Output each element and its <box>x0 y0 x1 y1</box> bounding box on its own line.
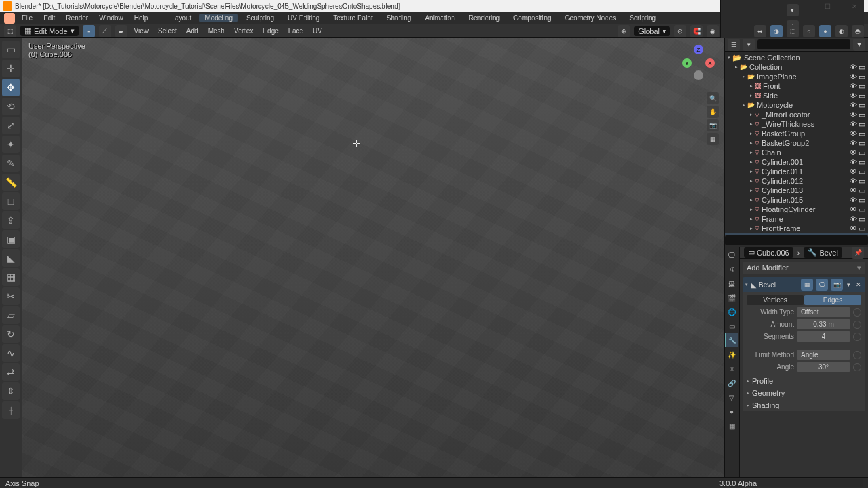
ws-modeling[interactable]: Modeling <box>199 14 238 22</box>
mod-extras-icon[interactable]: ▾ <box>846 281 852 288</box>
outliner-item[interactable]: ▸🖼Front👁▭ <box>725 81 868 91</box>
editor-type-button[interactable]: ⬚ <box>4 25 16 37</box>
tool-loopcut[interactable]: ▦ <box>2 268 20 286</box>
ws-animation[interactable]: Animation <box>419 14 460 22</box>
ws-texturepaint[interactable]: Texture Paint <box>328 14 378 22</box>
tab-render[interactable]: 🖵 <box>725 248 738 262</box>
axis-negz[interactable] <box>694 70 703 80</box>
tool-annotate[interactable]: ✎ <box>2 155 20 172</box>
ws-scripting[interactable]: Scripting <box>624 14 661 22</box>
breadcrumb-object[interactable]: ▭ Cube.006 <box>744 247 793 258</box>
axis-z[interactable]: Z <box>694 45 703 54</box>
menu-render[interactable]: Render <box>62 14 92 22</box>
outliner-item[interactable]: ▸▽Cylinder.013👁▭ <box>725 186 868 195</box>
modifier-header[interactable]: ▾ ◣ Bevel ▦ 🖵 📷 ▾ ✕ <box>743 277 865 292</box>
pan-icon[interactable]: ✋ <box>707 106 719 118</box>
ws-compositing[interactable]: Compositing <box>508 14 557 22</box>
tool-add-cube[interactable]: □ <box>2 192 20 210</box>
section-geometry[interactable]: ▸Geometry <box>743 387 865 399</box>
tab-constraints[interactable]: 🔗 <box>725 376 738 390</box>
tab-vertices[interactable]: Vertices <box>747 295 804 305</box>
overlay-toggle[interactable]: ◑ <box>770 25 783 37</box>
shading-rendered[interactable]: ◓ <box>852 25 864 37</box>
pin-icon[interactable]: 📌 <box>852 247 864 259</box>
tool-knife[interactable]: ✂ <box>2 287 20 305</box>
menu-help[interactable]: Help <box>130 14 153 22</box>
tool-measure[interactable]: 📏 <box>2 174 20 191</box>
tab-viewlayer[interactable]: 🖼 <box>725 277 738 290</box>
ws-uvediting[interactable]: UV Editing <box>282 14 325 22</box>
outliner-item[interactable]: ▸▽FloatingCylinder👁▭ <box>725 205 868 214</box>
tool-bevel[interactable]: ◣ <box>2 249 20 267</box>
menu-edge[interactable]: Edge <box>260 27 281 35</box>
segments-field[interactable]: 4 <box>797 331 850 342</box>
outliner-display-mode[interactable]: ▾ <box>743 39 755 51</box>
angle-field[interactable]: 30° <box>797 362 850 372</box>
width-type-field[interactable]: Offset <box>797 307 850 317</box>
shading-wire[interactable]: ○ <box>803 25 815 37</box>
outliner-item[interactable]: ▸▽Cylinder.001👁▭ <box>725 157 868 167</box>
zoom-icon[interactable]: 🔍 <box>707 92 719 104</box>
propedit-button[interactable]: ◉ <box>707 25 719 37</box>
edge-select-button[interactable]: ／ <box>99 25 111 37</box>
menu-face[interactable]: Face <box>285 27 306 35</box>
menu-mesh[interactable]: Mesh <box>205 27 227 35</box>
menu-add[interactable]: Add <box>184 27 201 35</box>
outliner-item[interactable]: ▸▽Frame👁▭ <box>725 214 868 224</box>
animate-dot[interactable] <box>853 363 861 371</box>
outliner-item[interactable]: ▸▽BasketGroup👁▭ <box>725 129 868 138</box>
add-modifier-button[interactable]: Add Modifier▾ <box>743 262 865 274</box>
gizmo-toggle[interactable]: ⬌ <box>754 25 766 37</box>
ws-geonodes[interactable]: Geometry Nodes <box>559 14 622 22</box>
axis-x[interactable]: X <box>705 58 715 68</box>
tool-cursor[interactable]: ✛ <box>2 60 20 77</box>
shading-solid[interactable]: ● <box>819 25 831 37</box>
menu-file[interactable]: File <box>18 14 37 22</box>
limit-field[interactable]: Angle <box>797 350 850 360</box>
tool-smooth[interactable]: ∿ <box>2 344 20 362</box>
tool-polybuild[interactable]: ▱ <box>2 306 20 324</box>
tool-scale[interactable]: ⤢ <box>2 117 20 134</box>
outliner-item[interactable]: ▸▽Cylinder.012👁▭ <box>725 176 868 186</box>
tab-physics[interactable]: ⚛ <box>725 362 738 375</box>
outliner-search2[interactable] <box>725 235 868 245</box>
maximize-button[interactable]: ☐ <box>814 0 841 12</box>
face-select-button[interactable]: ▰ <box>115 25 127 37</box>
outliner-item[interactable]: ▸▽Cylinder.011👁▭ <box>725 167 868 176</box>
outliner-item[interactable]: ▸📂Motorcycle👁▭ <box>725 100 868 110</box>
menu-view[interactable]: View <box>132 27 152 35</box>
tool-extrude[interactable]: ⇪ <box>2 211 20 229</box>
outliner-item[interactable]: ▸▽FrontFrame👁▭ <box>725 224 868 233</box>
outliner-item[interactable]: ▸📂Collection👁▭ <box>725 62 868 72</box>
tab-world[interactable]: 🌐 <box>725 305 738 319</box>
mode-selector[interactable]: ▦ Edit Mode ▾ <box>20 26 79 36</box>
tab-mesh[interactable]: ▽ <box>725 390 738 404</box>
section-shading[interactable]: ▸Shading <box>743 399 865 411</box>
outliner-item[interactable]: ▸▽_MirrorLocator👁▭ <box>725 110 868 119</box>
orientation-field[interactable]: Global ▾ <box>634 26 670 36</box>
pivot-button[interactable]: ⊙ <box>674 25 686 37</box>
xray-toggle[interactable]: ⬚ <box>787 25 799 37</box>
ws-layout[interactable]: Layout <box>165 14 197 22</box>
modifier-name[interactable]: Bevel <box>759 281 798 289</box>
menu-window[interactable]: Window <box>95 14 127 22</box>
vertex-select-button[interactable]: ▪ <box>83 25 95 37</box>
outliner-item[interactable]: ▸▽Chain👁▭ <box>725 148 868 157</box>
tab-modifiers[interactable]: 🔧 <box>725 333 738 347</box>
amount-field[interactable]: 0.33 m <box>797 319 850 329</box>
tab-object[interactable]: ▭ <box>725 319 738 333</box>
animate-dot[interactable] <box>853 308 861 317</box>
ws-sculpting[interactable]: Sculpting <box>241 14 279 22</box>
orientation-icon[interactable]: ⊕ <box>618 25 630 37</box>
ws-rendering[interactable]: Rendering <box>463 14 505 22</box>
mod-edit-icon[interactable]: ▦ <box>801 279 813 291</box>
mod-delete-icon[interactable]: ✕ <box>854 281 863 288</box>
tab-particles[interactable]: ✨ <box>725 348 738 361</box>
tool-shrinkfatten[interactable]: ⇕ <box>2 382 20 400</box>
ws-shading[interactable]: Shading <box>381 14 417 22</box>
tool-move[interactable]: ✥ <box>2 79 20 96</box>
outliner-item[interactable]: ▸▽_WireThickness👁▭ <box>725 119 868 129</box>
outliner-item[interactable]: ▸📂ImagePlane👁▭ <box>725 72 868 81</box>
tool-select-box[interactable]: ▭ <box>2 41 20 58</box>
menu-vertex[interactable]: Vertex <box>231 27 256 35</box>
